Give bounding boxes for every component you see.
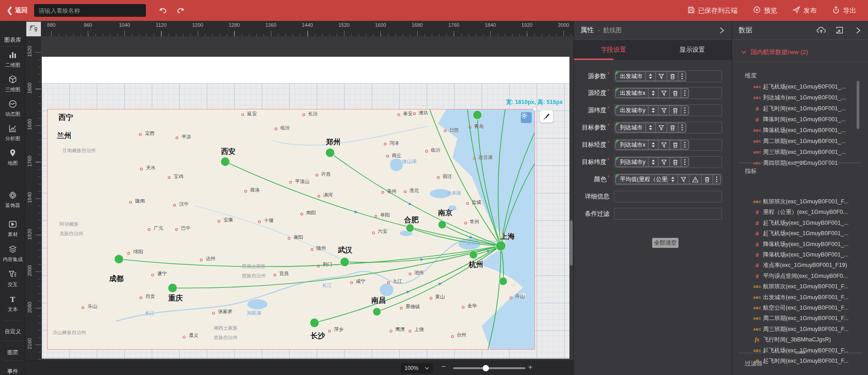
tab-display-settings[interactable]: 显示设置 (653, 46, 732, 54)
vertical-scrollbar[interactable] (570, 220, 573, 266)
metric-item[interactable]: fx飞行时间(_3bBMhaCJgsR) (732, 335, 865, 345)
dataset-row[interactable]: 国内航班数据new (2) (732, 45, 868, 59)
style-brush-button[interactable] (540, 110, 553, 123)
kebab-icon[interactable] (681, 89, 688, 98)
trash-icon[interactable] (669, 89, 681, 98)
filter-icon[interactable] (658, 106, 669, 115)
kebab-icon[interactable] (678, 123, 686, 132)
sort-icon[interactable] (648, 158, 658, 167)
zoom-slider[interactable] (453, 367, 525, 369)
filter-icon[interactable] (655, 123, 667, 132)
metric-item[interactable]: #降落机场x(exc_1GmuyB0F001_... (732, 250, 865, 260)
field-chip[interactable]: 出发城市y (615, 105, 689, 115)
dimensions-metrics-divider[interactable] (738, 163, 862, 163)
sidebar-item-text-1[interactable]: 自定义 (0, 328, 25, 336)
sidebar-item-5[interactable]: 地图 (0, 148, 25, 167)
sidebar-item-3[interactable]: 动态图 (0, 99, 25, 118)
field-dropzone[interactable]: 出发城市x (614, 87, 722, 99)
sidebar-item-7[interactable]: 素材 (0, 219, 25, 238)
metric-item[interactable]: #准点率(exc_1GmuyB0F001_F19) (732, 260, 865, 271)
sidebar-item-9[interactable]: 交互 (0, 269, 25, 288)
sidebar-item-1[interactable]: 二维图 (0, 50, 25, 69)
field-chip[interactable]: 出发城市 (615, 71, 686, 81)
sidebar-item-4[interactable]: 分析图 (0, 123, 25, 142)
filter-icon[interactable] (678, 175, 689, 184)
field-chip[interactable]: 出发城市x (615, 88, 689, 98)
field-dropzone[interactable]: 出发城市y (614, 104, 722, 116)
field-dropzone[interactable]: 到达城市y (614, 156, 722, 168)
filter-icon[interactable] (658, 140, 669, 149)
board-name-input[interactable] (34, 4, 146, 17)
metric-item[interactable]: ABC出发城市(exc_1GmuyB0F001_F... (732, 292, 865, 303)
field-chip[interactable]: 到达城市 (615, 123, 686, 133)
zoom-select[interactable]: 100% (401, 363, 433, 373)
dimension-item[interactable]: ABC起飞机场(exc_1GmuyB0F001_... (732, 82, 865, 92)
sidebar-item-8[interactable]: 内容集成 (0, 244, 25, 263)
selection-handle[interactable] (533, 107, 537, 111)
import-board-icon[interactable] (836, 26, 843, 34)
metric-item[interactable]: #平均误点世间(exc_1GmuyB0F0... (732, 271, 865, 281)
dimension-item[interactable]: #降落时间(exc_1GmuyB0F001_... (732, 114, 865, 125)
sidebar-item-10[interactable]: T文本 (0, 294, 25, 313)
sidebar-item-text-3[interactable]: 事件 (0, 368, 25, 375)
sidebar-item-6[interactable]: 装饰器 (0, 190, 25, 209)
publish-button[interactable]: 发布 (793, 6, 817, 15)
flight-route-map-chart[interactable]: 定西平凉延安临汾长治泰安潍坊日照青岛菏泽商丘临沂连云港甘南藏族自治州天水宝鸡商洛… (47, 109, 535, 350)
dimension-item[interactable]: #起飞时间(exc_1GmuyB0F001_... (732, 104, 865, 114)
metric-item[interactable]: ABC周二班期(exc_1GmuyB0F001_F... (732, 313, 865, 324)
tab-field-settings[interactable]: 字段设置 (574, 46, 653, 54)
field-dropzone[interactable]: 平均值(里程（公里 (614, 173, 722, 185)
ruler-corner-button[interactable] (26, 22, 41, 36)
undo-icon[interactable] (159, 6, 168, 15)
dimension-item[interactable]: ABC降落机场(exc_1GmuyB0F001_... (732, 125, 865, 136)
sort-icon[interactable] (648, 89, 658, 98)
metric-item[interactable]: #降落机场y(exc_1GmuyB0F001_... (732, 239, 865, 250)
sort-icon[interactable] (648, 140, 658, 149)
export-button[interactable]: 导出 (832, 6, 856, 15)
dimension-item[interactable]: ABC周三班期(exc_1GmuyB0F001_... (732, 147, 865, 158)
trash-icon[interactable] (701, 175, 713, 184)
kebab-icon[interactable] (713, 175, 720, 184)
trash-icon[interactable] (667, 123, 678, 132)
collapse-data-icon[interactable] (854, 27, 862, 34)
kebab-icon[interactable] (678, 72, 686, 81)
trash-icon[interactable] (667, 72, 678, 81)
metric-item[interactable]: ABC周三班期(exc_1GmuyB0F001_F... (732, 324, 865, 335)
kebab-icon[interactable] (681, 158, 688, 167)
warning-icon[interactable] (689, 175, 701, 184)
trash-icon[interactable] (669, 106, 681, 115)
redo-icon[interactable] (176, 6, 185, 15)
metric-item[interactable]: ABC航班班次(exc_1GmuyB0F001_F... (732, 197, 865, 207)
field-chip[interactable]: 到达城市x (615, 140, 689, 150)
collapse-properties-icon[interactable] (718, 27, 725, 34)
sort-icon[interactable] (645, 72, 655, 81)
upload-cloud-icon[interactable] (817, 26, 826, 34)
filter-icon[interactable] (658, 158, 669, 167)
zoom-slider-handle[interactable] (483, 365, 489, 371)
preview-button[interactable]: 预览 (753, 6, 777, 15)
metric-item[interactable]: ABC航班班次(exc_1GmuyB0F001_F... (732, 281, 865, 292)
metric-item[interactable]: #里程（公里）(exc_1GmuyB0F0... (732, 207, 865, 217)
field-dropzone[interactable]: 出发城市 (614, 70, 722, 82)
field-dropzone[interactable]: 到达城市x (614, 139, 722, 151)
metrics-filter-divider[interactable] (738, 353, 862, 353)
sidebar-item-text-2[interactable]: 图层 (0, 349, 25, 356)
metric-item[interactable]: #起飞机场x(exc_1GmuyB0F001_... (732, 228, 865, 239)
metric-item[interactable]: #起飞机场y(exc_1GmuyB0F001_... (732, 218, 865, 228)
kebab-icon[interactable] (681, 140, 688, 149)
sort-icon[interactable] (645, 123, 655, 132)
field-chip[interactable]: 平均值(里程（公里 (615, 174, 721, 184)
field-dropzone[interactable] (614, 208, 722, 220)
sort-icon[interactable] (648, 106, 658, 115)
dimension-list-scrollbar[interactable] (857, 81, 859, 129)
field-dropzone[interactable]: 到达城市 (614, 122, 722, 133)
metric-item[interactable]: ABC航空公司(exc_1GmuyB0F001_F... (732, 303, 865, 313)
dimension-item[interactable]: ABC周二班期(exc_1GmuyB0F001_... (732, 136, 865, 147)
back-button[interactable]: ❮ 返回 (0, 6, 34, 15)
zoom-in-button[interactable]: + (528, 363, 533, 372)
kebab-icon[interactable] (681, 106, 688, 115)
chart-settings-button[interactable] (521, 112, 532, 123)
sidebar-item-2[interactable]: 三维图 (0, 74, 25, 93)
field-chip[interactable]: 到达城市y (615, 157, 689, 167)
trash-icon[interactable] (669, 158, 681, 167)
